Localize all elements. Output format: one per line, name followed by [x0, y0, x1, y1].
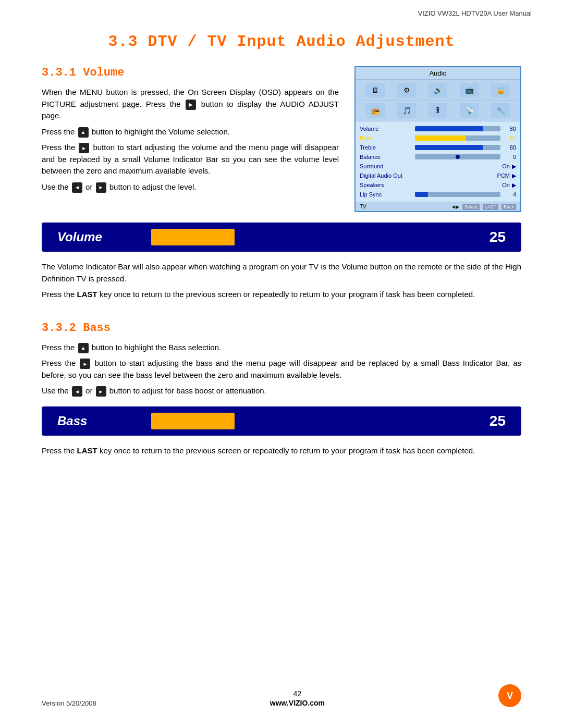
osd-title: Audio [356, 67, 520, 80]
osd-fill-treble [415, 145, 483, 150]
osd-icons-row2: 📻 🎵 🎚 📡 🔧 [356, 101, 520, 121]
osd-source: TV [360, 204, 366, 209]
osd-row-lipsync: Lip Sync 4 [360, 190, 516, 199]
osd-icons-row1: 🖥 ⚙ 🔊 📺 🔒 [356, 80, 520, 101]
footer-center: 42 www.VIZIO.com [270, 689, 325, 707]
osd-bar-lipsync [415, 192, 500, 197]
page-title: 3.3 DTV / TV Input Audio Adjustment [42, 33, 521, 51]
bass-up-icon: ▲ [78, 343, 89, 353]
osd-last-btn: LAST [483, 204, 499, 210]
osd-label-lipsync: Lip Sync [360, 191, 412, 198]
volume-bar-label: Volume [57, 230, 130, 244]
osd-label-speakers: Speakers [360, 182, 412, 188]
osd-arrow-speakers: ▶ [512, 182, 516, 189]
osd-arrow-surround: ▶ [512, 163, 516, 170]
left-button-icon: ◄ [72, 182, 82, 193]
section-331-title: 3.3.1 Volume [42, 66, 339, 79]
osd-icon-lock: 🔒 [491, 83, 510, 97]
audio-osd-panel: Audio 🖥 ⚙ 🔊 📺 🔒 📻 🎵 🎚 📡 🔧 [354, 66, 521, 212]
osd-textval-digitalaudioout: PCM [497, 172, 510, 179]
bass-para-2: Press the ► button to start adjusting th… [42, 357, 521, 381]
right-button-icon: ► [79, 143, 89, 153]
bass-right-icon: ► [80, 359, 90, 369]
section-331: 3.3.1 Volume When the MENU button is pre… [42, 66, 521, 212]
osd-controls: ◄▶ Select LAST Back [451, 204, 516, 209]
osd-row-balance: Balance 0 [360, 153, 516, 161]
page-content: 3.3 DTV / TV Input Audio Adjustment 3.3.… [0, 17, 563, 492]
osd-icon-settings: ⚙ [397, 83, 416, 97]
section-331-text: 3.3.1 Volume When the MENU button is pre… [42, 66, 339, 212]
vizio-logo: V [498, 684, 521, 707]
para-2: Press the ▲ button to highlight the Volu… [42, 126, 339, 138]
up-button-icon: ▲ [78, 127, 89, 138]
osd-fill-bass [415, 135, 466, 141]
osd-value-volume: 80 [504, 126, 516, 132]
osd-icon2-1: 📻 [366, 103, 385, 118]
para-1: When the MENU button is pressed, the On … [42, 87, 339, 122]
osd-row-treble: Treble 80 [360, 143, 516, 152]
para-4: Use the ◄ or ► button to adjust the leve… [42, 181, 339, 193]
osd-bar-bass [415, 135, 500, 141]
volume-para-last2: Press the LAST key once to return to the… [42, 289, 521, 301]
osd-label-bass: Bass [360, 135, 412, 141]
osd-icon2-5: 🔧 [491, 103, 510, 118]
bass-bar-value: 25 [489, 413, 506, 429]
footer-version: Version 5/20/2008 [42, 699, 96, 707]
right-button-icon-2: ► [96, 182, 106, 193]
osd-row-surround: Surround On ▶ [360, 162, 516, 170]
osd-fill-lipsync [415, 192, 428, 197]
osd-value-bass: 60 [504, 135, 516, 141]
bass-para-1: Press the ▲ button to highlight the Bass… [42, 342, 521, 354]
osd-icon2-4: 📡 [460, 103, 479, 118]
volume-bar-value: 25 [489, 229, 506, 245]
osd-bar-balance [415, 154, 500, 159]
bass-bar-label: Bass [57, 414, 130, 428]
osd-value-treble: 80 [504, 144, 516, 151]
osd-textval-speakers: On [502, 182, 510, 188]
osd-label-volume: Volume [360, 126, 412, 132]
osd-icon2-3: 🎚 [429, 103, 447, 118]
bass-left-icon: ◄ [72, 386, 82, 397]
osd-row-speakers: Speakers On ▶ [360, 181, 516, 189]
osd-icon-speaker: 🔊 [429, 83, 447, 97]
osd-icon2-2: 🎵 [397, 103, 416, 118]
section-332-title: 3.3.2 Bass [42, 322, 521, 335]
osd-label-digitalaudioout: Digital Audio Out [360, 172, 417, 179]
osd-row-bass: Bass 60 [360, 134, 516, 142]
bass-para-3: Use the ◄ or ► button to adjust for bass… [42, 385, 521, 397]
page-footer: Version 5/20/2008 42 www.VIZIO.com V [0, 684, 563, 707]
balance-dot [456, 155, 460, 159]
footer-website: www.VIZIO.com [270, 699, 325, 707]
osd-arrow-digitalaudioout: ▶ [512, 172, 516, 179]
section-332: 3.3.2 Bass Press the ▲ button to highlig… [42, 322, 521, 457]
bass-indicator-bar: Bass 25 [42, 406, 521, 436]
osd-icon-channels: 📺 [460, 83, 479, 97]
page-header: VIZIO VW32L HDTV20A User Manual [0, 0, 563, 17]
osd-row-volume: Volume 80 [360, 125, 516, 133]
menu-button-icon-1: ▶ [186, 100, 196, 110]
volume-bar-fill [151, 229, 235, 245]
bass-para-last: Press the LAST key once to return to the… [42, 445, 521, 457]
page-number: 42 [270, 689, 325, 698]
osd-label-balance: Balance [360, 154, 412, 160]
volume-indicator-bar: Volume 25 [42, 223, 521, 252]
osd-rows: Volume 80 Bass 60 [356, 121, 520, 202]
osd-fill-volume [415, 126, 483, 131]
osd-label-treble: Treble [360, 144, 412, 151]
osd-value-balance: 0 [504, 154, 516, 160]
osd-back-btn: Back [501, 204, 516, 210]
manual-title: VIZIO VW32L HDTV20A User Manual [418, 9, 532, 17]
volume-para-last1: The Volume Indicator Bar will also appea… [42, 261, 521, 285]
osd-bar-volume [415, 126, 500, 131]
section-332-body: Press the ▲ button to highlight the Bass… [42, 342, 521, 397]
osd-footer: TV ◄▶ Select LAST Back [356, 202, 520, 211]
para-3: Press the ► button to start adjusting th… [42, 142, 339, 177]
bass-bar-fill [151, 413, 235, 429]
osd-bar-treble [415, 145, 500, 150]
osd-textval-surround: On [502, 163, 510, 169]
osd-select-btn: Select [462, 204, 480, 210]
bass-right-icon-2: ► [96, 386, 106, 397]
osd-label-surround: Surround [360, 163, 412, 169]
osd-row-digitalaudioout: Digital Audio Out PCM ▶ [360, 171, 516, 180]
osd-value-lipsync: 4 [504, 191, 516, 198]
